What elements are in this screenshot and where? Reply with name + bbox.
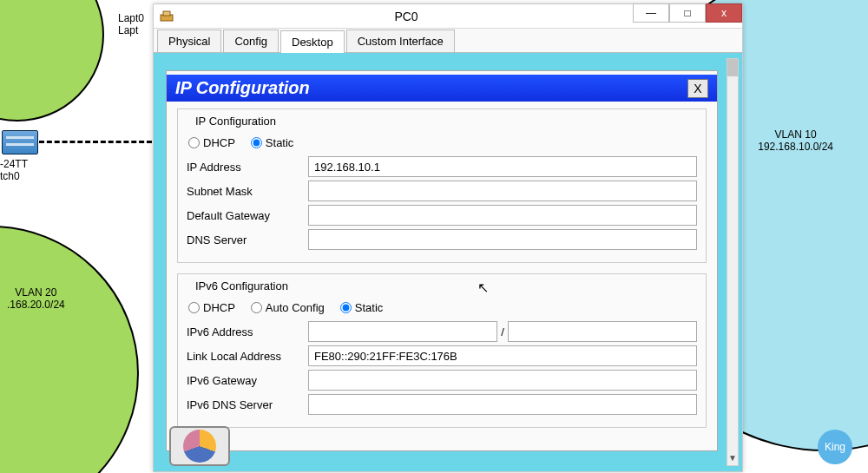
- panel-close-button[interactable]: X: [687, 79, 708, 98]
- svg-rect-1: [163, 11, 170, 16]
- close-button[interactable]: x: [706, 3, 742, 23]
- vlan20-label: VLAN 20.168.20.0/24: [7, 286, 65, 311]
- ipv6-group: IPv6 Configuration DHCP Auto Config Stat…: [177, 273, 707, 428]
- window-title: PC0: [180, 10, 633, 23]
- switch-label: -24TT tch0: [0, 158, 28, 182]
- ipv6-address-label: IPv6 Address: [187, 325, 308, 338]
- switch-icon: [2, 130, 38, 154]
- ipv4-static-radio[interactable]: Static: [251, 136, 294, 149]
- bg-ellipse: [0, 0, 104, 122]
- link-local-label: Link Local Address: [187, 350, 308, 363]
- ipv6-address-input[interactable]: [308, 321, 497, 342]
- ipv6-gateway-input[interactable]: [308, 370, 697, 391]
- desktop-shortcut[interactable]: [169, 426, 230, 466]
- link-local-input[interactable]: [308, 345, 697, 366]
- dns-server-input[interactable]: [308, 229, 697, 250]
- dns-server-label: DNS Server: [187, 233, 308, 246]
- watermark-king: King: [818, 430, 852, 464]
- tab-custom-interface[interactable]: Custom Interface: [346, 30, 455, 52]
- ipv6-prefix-separator: /: [501, 325, 504, 338]
- tab-strip: Physical Config Desktop Custom Interface: [154, 29, 742, 53]
- ipv6-dns-input[interactable]: [308, 394, 697, 415]
- tab-physical[interactable]: Physical: [157, 30, 221, 52]
- ipv4-group: IP Configuration DHCP Static IP Address …: [177, 108, 707, 263]
- ipv6-static-radio[interactable]: Static: [340, 301, 384, 314]
- ip-config-header: IP Configuration X: [167, 75, 717, 102]
- ipv4-dhcp-radio[interactable]: DHCP: [188, 136, 235, 149]
- pie-chart-icon: [183, 430, 216, 463]
- tab-config[interactable]: Config: [223, 30, 279, 52]
- link-line: [39, 141, 152, 143]
- laptop-label: Lapt0 Lapt: [118, 12, 144, 36]
- tab-desktop[interactable]: Desktop: [280, 30, 345, 53]
- desktop-area: ▲ ▼ IP Configuration X IP Configuration …: [154, 53, 742, 471]
- ipv6-auto-radio[interactable]: Auto Config: [251, 301, 325, 314]
- ip-config-panel: IP Configuration X IP Configuration DHCP…: [166, 70, 718, 451]
- ipv6-prefix-input[interactable]: [508, 321, 697, 342]
- vlan10-label: VLAN 10192.168.10.0/24: [758, 128, 833, 153]
- scroll-thumb[interactable]: [727, 59, 738, 76]
- subnet-mask-label: Subnet Mask: [187, 185, 308, 198]
- default-gateway-label: Default Gateway: [187, 209, 308, 222]
- ip-address-input[interactable]: [308, 156, 697, 177]
- maximize-button[interactable]: □: [669, 3, 706, 23]
- ipv6-dns-label: IPv6 DNS Server: [187, 398, 308, 411]
- app-icon: [159, 9, 174, 24]
- vertical-scrollbar[interactable]: ▲ ▼: [727, 58, 739, 466]
- subnet-mask-input[interactable]: [308, 181, 697, 201]
- minimize-button[interactable]: —: [633, 3, 669, 23]
- bg-ellipse: [0, 226, 139, 473]
- pc0-window: PC0 — □ x Physical Config Desktop Custom…: [153, 3, 743, 472]
- scroll-down-icon[interactable]: ▼: [727, 453, 738, 465]
- ipv6-dhcp-radio[interactable]: DHCP: [188, 301, 235, 314]
- title-bar[interactable]: PC0 — □ x: [154, 4, 742, 29]
- ipv6-legend: IPv6 Configuration: [192, 279, 292, 292]
- default-gateway-input[interactable]: [308, 205, 697, 226]
- panel-title: IP Configuration: [175, 78, 310, 98]
- ipv4-legend: IP Configuration: [192, 115, 279, 128]
- ip-address-label: IP Address: [187, 161, 308, 174]
- ipv6-gateway-label: IPv6 Gateway: [187, 374, 308, 387]
